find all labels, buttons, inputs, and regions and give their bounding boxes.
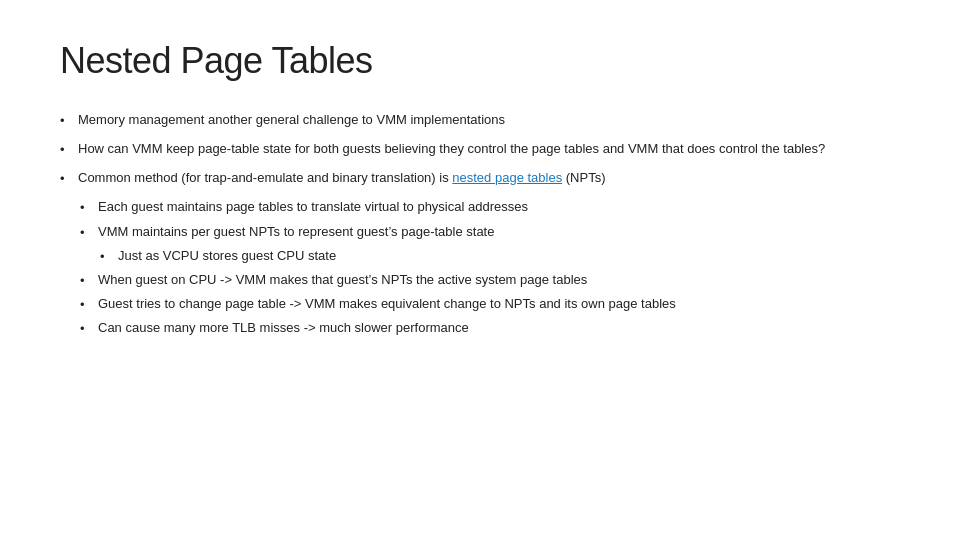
bullet-3-2-dot: • [80, 222, 98, 243]
bullet-3-1-dot: • [80, 197, 98, 218]
bullet-3-2-text: VMM maintains per guest NPTs to represen… [98, 222, 900, 242]
bullet-3-3: • When guest on CPU -> VMM makes that gu… [80, 270, 900, 291]
bullet-3-4-dot: • [80, 294, 98, 315]
bullet-1-dot: • [60, 110, 78, 131]
bullet-1: • Memory management another general chal… [60, 110, 900, 131]
bullet-2-dot: • [60, 139, 78, 160]
bullet-3-3-text: When guest on CPU -> VMM makes that gues… [98, 270, 900, 290]
bullet-3: • Common method (for trap-and-emulate an… [60, 168, 900, 189]
bullet-3-dot: • [60, 168, 78, 189]
slide-title: Nested Page Tables [60, 40, 900, 82]
bullet-2-text: How can VMM keep page-table state for bo… [78, 139, 900, 159]
bullet-3-5-text: Can cause many more TLB misses -> much s… [98, 318, 900, 338]
bullet-3-2-1-text: Just as VCPU stores guest CPU state [118, 246, 900, 266]
slide: Nested Page Tables • Memory management a… [0, 0, 960, 540]
bullet-3-2-1-dot: • [100, 246, 118, 267]
bullet-3-2-1: • Just as VCPU stores guest CPU state [100, 246, 900, 267]
bullet-3-4-text: Guest tries to change page table -> VMM … [98, 294, 900, 314]
bullet-2: • How can VMM keep page-table state for … [60, 139, 900, 160]
bullet-3-2: • VMM maintains per guest NPTs to repres… [80, 222, 900, 243]
bullet-3-3-dot: • [80, 270, 98, 291]
bullet-3-1-text: Each guest maintains page tables to tran… [98, 197, 900, 217]
bullet-3-4: • Guest tries to change page table -> VM… [80, 294, 900, 315]
slide-content: • Memory management another general chal… [60, 110, 900, 339]
bullet-3-sub-group: • Each guest maintains page tables to tr… [60, 197, 900, 339]
bullet-1-text: Memory management another general challe… [78, 110, 900, 130]
bullet-3-5: • Can cause many more TLB misses -> much… [80, 318, 900, 339]
bullet-3-link: nested page tables [452, 170, 562, 185]
bullet-3-text: Common method (for trap-and-emulate and … [78, 168, 900, 188]
bullet-3-paren: (NPTs) [562, 170, 605, 185]
bullet-3-1: • Each guest maintains page tables to tr… [80, 197, 900, 218]
bullet-3-5-dot: • [80, 318, 98, 339]
bullet-3-text-before: Common method (for trap-and-emulate and … [78, 170, 452, 185]
